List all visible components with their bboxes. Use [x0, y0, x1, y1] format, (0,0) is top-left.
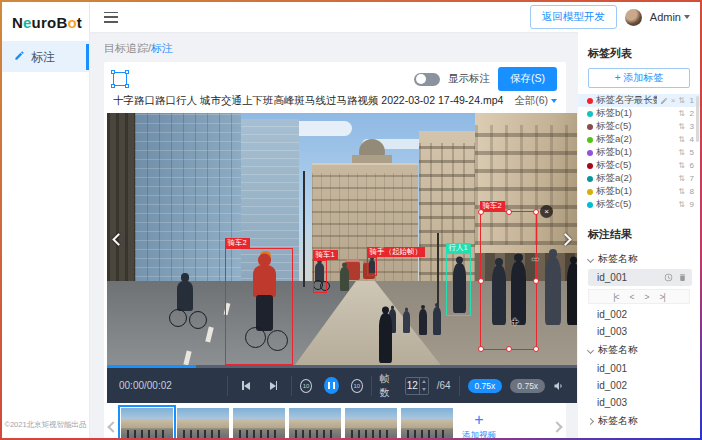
sort-icon[interactable]: ⇅: [678, 97, 685, 105]
annotation-toolbar: 显示标注 保存(S): [107, 66, 563, 92]
add-video-button[interactable]: + 添加视频: [457, 406, 501, 438]
delete-label-icon[interactable]: ×: [671, 97, 676, 105]
first-frame-button[interactable]: |<: [613, 292, 618, 302]
sort-icon[interactable]: ⇅: [678, 175, 685, 183]
breadcrumb-current[interactable]: 标注: [151, 42, 173, 54]
label-color-dot: [587, 137, 593, 143]
sort-icon[interactable]: ⇅: [678, 123, 685, 131]
resize-handle[interactable]: [478, 278, 484, 284]
history-icon[interactable]: [664, 273, 673, 282]
prev-frame-button[interactable]: [242, 381, 250, 390]
trash-icon[interactable]: [678, 273, 687, 282]
resize-handle[interactable]: [533, 278, 539, 284]
frame-number-input[interactable]: 12: [405, 377, 429, 395]
filmstrip-next-chevron-icon[interactable]: [551, 421, 562, 432]
video-thumbnail-2[interactable]: [177, 408, 229, 438]
video-thumbnail-5[interactable]: [345, 408, 397, 438]
result-item[interactable]: id_003: [578, 323, 700, 340]
result-item[interactable]: id_003: [578, 394, 700, 411]
next-frame-button[interactable]: [270, 381, 278, 390]
label-row[interactable]: 标签名字最长数... × ⇅ 1: [578, 94, 700, 107]
pencil-icon: [14, 50, 25, 64]
chevron-down-icon: [587, 346, 594, 353]
label-row[interactable]: 标签a(2) ⇅ 7: [578, 172, 700, 185]
label-filter-dropdown[interactable]: 全部(6): [514, 94, 557, 108]
sort-icon[interactable]: ⇅: [678, 136, 685, 144]
label-row[interactable]: 标签a(2) ⇅ 4: [578, 133, 700, 146]
forward-10-icon[interactable]: 10: [351, 379, 363, 393]
add-label-button[interactable]: + 添加标签: [588, 68, 690, 88]
chevron-down-icon: [684, 15, 690, 19]
prev-frame-button[interactable]: <: [630, 292, 634, 302]
annotation-box-1[interactable]: 骑车2: [225, 248, 293, 365]
resize-handle[interactable]: [533, 209, 539, 215]
volume-icon[interactable]: [553, 379, 565, 393]
last-frame-button[interactable]: >|: [659, 292, 664, 302]
frame-up-button[interactable]: [420, 378, 428, 386]
result-item-selected[interactable]: id_001: [588, 269, 692, 286]
rect-select-tool-icon[interactable]: [113, 72, 127, 86]
delete-box-icon[interactable]: ×: [540, 205, 553, 218]
label-color-dot: [587, 202, 593, 208]
annotation-label: 骑手（起始帧）: [367, 247, 426, 257]
edit-label-icon[interactable]: [660, 97, 668, 105]
result-item[interactable]: id_002: [578, 377, 700, 394]
sort-icon[interactable]: ⇅: [678, 201, 685, 209]
sort-icon[interactable]: ⇅: [678, 188, 685, 196]
result-item[interactable]: id_002: [578, 306, 700, 323]
video-thumbnail-4[interactable]: [289, 408, 341, 438]
save-button[interactable]: 保存(S): [498, 67, 557, 91]
resize-handle[interactable]: [506, 209, 512, 215]
label-color-dot: [587, 189, 593, 195]
frame-down-button[interactable]: [420, 386, 428, 394]
label-row[interactable]: 标签c(5) ⇅ 9: [578, 198, 700, 211]
label-row[interactable]: 标签b(1) ⇅ 8: [578, 185, 700, 198]
user-menu[interactable]: Admin: [650, 11, 690, 23]
result-group-header[interactable]: 标签名称: [578, 411, 700, 431]
progress-bar[interactable]: [107, 365, 577, 368]
label-row[interactable]: 标签b(1) ⇅ 5: [578, 146, 700, 159]
sidebar-item-annotate[interactable]: 标注: [2, 42, 89, 72]
video-thumbnail-3[interactable]: [233, 408, 285, 438]
annotation-box-2[interactable]: 骑车1: [313, 260, 327, 293]
label-color-dot: [587, 176, 593, 182]
video-frame-image[interactable]: 骑车2 骑车1 骑手（起始帧） 行人1: [107, 113, 577, 365]
filmstrip-prev-chevron-icon[interactable]: [107, 421, 118, 432]
chevron-down-icon: [587, 255, 594, 262]
menu-collapse-icon[interactable]: [104, 12, 118, 23]
logo: NeuroBot: [2, 2, 89, 42]
sort-icon[interactable]: ⇅: [678, 162, 685, 170]
video-thumbnail-6[interactable]: [401, 408, 453, 438]
avatar[interactable]: [625, 9, 642, 26]
resize-handle[interactable]: [533, 346, 539, 352]
resize-handle[interactable]: [478, 346, 484, 352]
result-group-header[interactable]: 标签名称: [578, 340, 700, 360]
annotation-box-3[interactable]: 骑手（起始帧）: [367, 257, 377, 276]
copyright-text: ©2021北京矩视智能出品: [2, 414, 89, 438]
plus-icon: +: [474, 413, 483, 427]
label-row[interactable]: 标签b(1) ⇅ 2: [578, 107, 700, 120]
page-frame: NeuroBot 标注 ©2021北京矩视智能出品 返回模型开发 Admin: [0, 0, 702, 440]
resize-handle[interactable]: [478, 209, 484, 215]
sort-icon[interactable]: ⇅: [678, 149, 685, 157]
back-to-model-dev-button[interactable]: 返回模型开发: [530, 5, 617, 29]
annotation-box-5-selected[interactable]: 骑车2 ×: [480, 211, 537, 350]
resize-handle[interactable]: [506, 346, 512, 352]
result-item[interactable]: id_001: [578, 360, 700, 377]
sort-icon[interactable]: ⇅: [678, 110, 685, 118]
speed-button[interactable]: 0.75x: [510, 379, 545, 393]
video-player: 骑车2 骑车1 骑手（起始帧） 行人1: [107, 113, 577, 403]
video-thumbnail-1[interactable]: [121, 408, 173, 438]
frame-count-label: 帧数: [380, 372, 397, 400]
pause-button[interactable]: [324, 377, 338, 394]
show-annotation-toggle[interactable]: [414, 73, 440, 86]
result-group-header[interactable]: 标签名称: [578, 249, 700, 269]
scrollbar[interactable]: [696, 96, 699, 142]
label-row[interactable]: 标签c(5) ⇅ 6: [578, 159, 700, 172]
breadcrumb-parent[interactable]: 目标追踪: [104, 42, 148, 54]
annotation-box-4[interactable]: 行人1: [446, 253, 471, 316]
rewind-10-icon[interactable]: 10: [300, 379, 312, 393]
label-row[interactable]: 标签c(5) ⇅ 3: [578, 120, 700, 133]
next-frame-button[interactable]: >: [645, 292, 649, 302]
speed-button-active[interactable]: 0.75x: [468, 379, 503, 393]
